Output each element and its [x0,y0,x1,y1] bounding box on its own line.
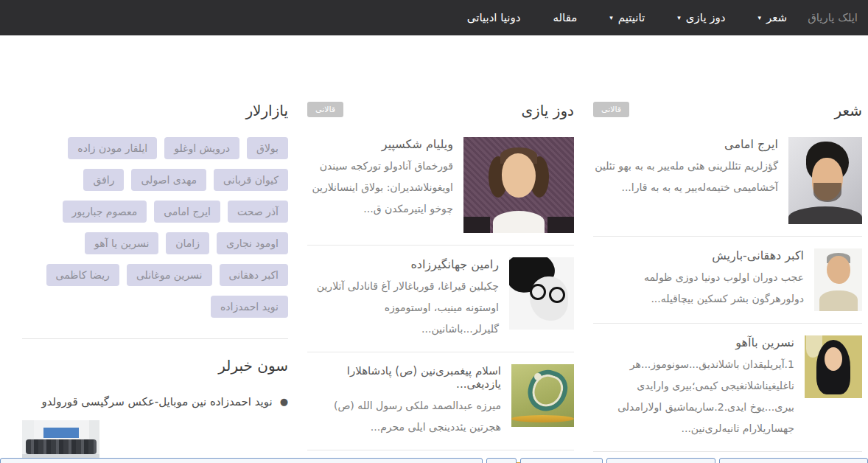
article-title[interactable]: نسرین باآهو [593,335,794,349]
latest-news-section: سون خبرلر ● نوید احمدزاده نین موبایل-عکس… [22,338,288,463]
nav-item-poetry[interactable]: شعر ▾ [758,11,788,24]
writers-column: یازارلار بولاقدرویش اوغلوایلقار مودن زاد… [22,102,288,463]
article-title[interactable]: اسلام پیغمبری‌نین (ص) پادشاهلارا یازدیغی… [307,364,501,391]
poetry-more-badge[interactable]: قالانی [593,102,629,117]
article-excerpt: 1.آیریلیقدان باشلاندیق...سونوموز...هر نا… [593,354,794,439]
chevron-down-icon: ▾ [677,15,681,21]
writer-tag[interactable]: نسرین موغانلی [127,264,212,286]
nav-item-article[interactable]: مقاله [553,11,577,24]
prose-item: اسلام پیغمبری‌نین (ص) پادشاهلارا یازدیغی… [307,364,574,450]
writer-tags: بولاقدرویش اوغلوایلقار مودن زادهکیوان قر… [22,137,288,318]
writer-tag[interactable]: نوید احمدزاده [211,296,288,318]
chevron-down-icon: ▾ [758,15,762,21]
article-thumbnail[interactable] [814,248,862,311]
article-excerpt: گؤزلریم تئللرینی هئی مله‌ییر به به بهو ت… [593,156,778,198]
top-navbar: ایلک یاریاق شعر ▾ دوز یازی ▾ تانیتیم ▾ م… [0,0,868,35]
article-thumbnail[interactable] [805,335,862,398]
prose-column: دوز یازی قالانی ویلیام شکسپیر قورخماق آن… [307,102,574,463]
news-item[interactable]: ● نوید احمدزاده نین موبایل-عکس سرگیسی قو… [22,394,288,410]
article-thumbnail[interactable] [511,364,574,427]
poetry-column: شعر قالانی ایرج امامی گؤزلریم تئللرینی ه… [593,102,862,463]
writer-tag[interactable]: کیوان قربانی [214,169,288,191]
writer-tag[interactable]: نسرین یا آهو [85,232,158,254]
article-excerpt: میرزه عبدالصمد ملکی رسول الله (ص) هجرتین… [307,395,501,438]
bullet-icon: ● [280,394,288,410]
bottom-segment [719,458,868,463]
bottom-segment [520,458,603,463]
nav-item-prose[interactable]: دوز یازی ▾ [677,11,725,24]
writer-tag[interactable]: ریضا کاظمی [46,264,119,286]
article-thumbnail[interactable] [788,137,862,224]
bottom-cutoff-bar [0,458,868,463]
bottom-segment [486,458,517,463]
writer-tag[interactable]: مهدی اصولی [131,169,206,191]
article-title[interactable]: اکبر دهقانی-باریش [593,248,804,262]
writer-tag[interactable]: اومود نجاری [217,232,288,254]
bottom-segment [606,458,715,463]
article-thumbnail[interactable] [509,257,574,330]
latest-news-title: سون خبرلر [22,357,288,375]
news-item-label: نوید احمدزاده نین موبایل-عکس سرگیسی قورو… [41,394,272,410]
nav-menu: شعر ▾ دوز یازی ▾ تانیتیم ▾ مقاله دونیا ا… [467,11,787,24]
prose-item: رامین جهانگیرزاده چکیلین قیراغا، قورباغا… [307,257,574,352]
prose-item: ویلیام شکسپیر قورخماق آنادولو تورکجه سین… [307,137,574,246]
chevron-down-icon: ▾ [609,15,613,21]
prose-more-badge[interactable]: قالانی [307,102,343,117]
writer-tag[interactable]: معصوم جبارپور [63,201,147,223]
writer-tag[interactable]: رافق [83,169,124,191]
poetry-item: نسرین باآهو 1.آیریلیقدان باشلاندیق...سون… [593,335,862,452]
article-excerpt: عجب دوران اولوب دونیا دوزی ظولمه دولورهر… [593,267,804,310]
writer-tag[interactable]: ایلقار مودن زاده [68,137,157,159]
news-photo[interactable] [22,420,99,463]
writer-tag[interactable]: بولاق [247,137,288,159]
poetry-column-title: شعر [835,102,862,119]
article-title[interactable]: رامین جهانگیرزاده [307,257,499,271]
writer-tag[interactable]: ایرج امامی [154,201,220,223]
article-excerpt: چکیلین قیراغا، قورباغالار آغ قانادلی آتل… [307,276,499,340]
article-excerpt: قورخماق آنادولو تورکجه سیندن اویغونلاشدی… [307,156,453,220]
writer-tag[interactable]: آذر صحت [228,201,288,223]
bottom-segment [0,458,483,463]
prose-column-title: دوز یازی [521,102,574,119]
article-title[interactable]: ویلیام شکسپیر [307,137,453,151]
writers-title: یازارلار [245,102,288,119]
article-thumbnail[interactable] [463,137,574,233]
nav-item-world-literature[interactable]: دونیا ادبیاتی [467,11,521,24]
writer-tag[interactable]: زامان [166,232,209,254]
poetry-item: اکبر دهقانی-باریش عجب دوران اولوب دونیا … [593,248,862,324]
writer-tag[interactable]: اکبر دهقانی [220,264,288,286]
writer-tag[interactable]: درویش اوغلو [164,137,239,159]
article-title[interactable]: ایرج امامی [593,137,778,151]
nav-item-intro[interactable]: تانیتیم ▾ [609,11,645,24]
main-content: شعر قالانی ایرج امامی گؤزلریم تئللرینی ه… [0,35,868,463]
poetry-item: ایرج امامی گؤزلریم تئللرینی هئی مله‌ییر … [593,137,862,237]
site-brand[interactable]: ایلک یاریاق [808,11,858,24]
